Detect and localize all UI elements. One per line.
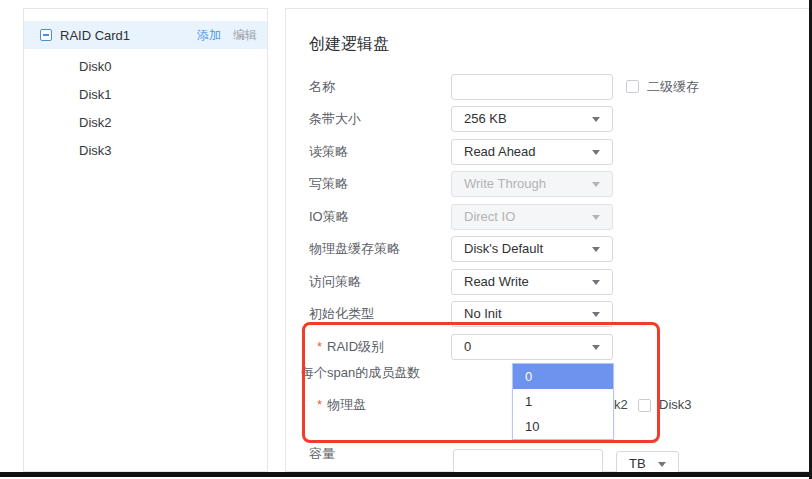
io-policy-value: Direct IO [464,209,515,224]
sidebar-item-disk1[interactable]: Disk1 [24,81,267,109]
write-policy-select: Write Through [451,171,613,197]
sidebar-item-disk0[interactable]: Disk0 [24,53,267,81]
dropdown-arrow-icon [592,247,600,252]
span-members-label: 每个span的成员盘数 [301,360,420,386]
secondary-cache-label: 二级缓存 [647,74,699,100]
raid-level-option-10[interactable]: 10 [513,414,613,439]
read-policy-label: 读策略 [309,139,348,165]
raid-level-option-0[interactable]: 0 [513,364,613,389]
edit-link[interactable]: 编辑 [233,27,257,44]
init-type-value: No Init [464,306,502,321]
write-policy-value: Write Through [464,176,546,191]
disk3-checkbox-label: Disk3 [659,392,692,418]
secondary-cache-checkbox[interactable] [626,80,639,93]
disk-cache-policy-value: Disk's Default [464,241,543,256]
dropdown-arrow-icon [592,150,600,155]
disk2-label-partial: k2 [614,392,628,418]
page-title: 创建逻辑盘 [309,34,389,55]
create-logical-disk-panel: 创建逻辑盘 名称 二级缓存 条带大小 256 KB 读策略 Read Ahead… [285,8,810,472]
io-policy-label: IO策略 [309,204,349,230]
stripe-size-value: 256 KB [464,111,507,126]
disk3-checkbox[interactable] [638,399,651,412]
screen: RAID Card1 添加 编辑 Disk0 Disk1 Disk2 Disk3… [0,0,812,479]
stripe-size-select[interactable]: 256 KB [451,106,613,132]
dropdown-arrow-icon [592,280,600,285]
raid-card-label: RAID Card1 [60,28,130,43]
required-asterisk: * [317,339,322,354]
dropdown-arrow-icon [592,182,600,187]
physical-disk-label-text: 物理盘 [327,397,366,412]
sidebar-item-disk3[interactable]: Disk3 [24,137,267,165]
raid-level-dropdown-menu: 0 1 10 [512,363,614,440]
required-asterisk: * [317,397,322,412]
dropdown-arrow-icon [592,215,600,220]
init-type-select[interactable]: No Init [451,301,613,327]
screen-edge-bottom [0,472,812,477]
capacity-unit-value: TB [629,456,646,471]
capacity-label: 容量 [309,441,335,467]
io-policy-select: Direct IO [451,204,613,230]
raid-level-value: 0 [464,339,471,354]
sidebar-item-raid-card[interactable]: RAID Card1 添加 编辑 [24,21,267,49]
stripe-size-label: 条带大小 [309,106,361,132]
raid-level-label: *RAID级别 [317,334,384,360]
read-policy-select[interactable]: Read Ahead [451,139,613,165]
raid-level-select[interactable]: 0 [451,334,613,360]
raid-level-label-text: RAID级别 [327,339,384,354]
access-policy-label: 访问策略 [309,269,361,295]
name-input[interactable] [451,74,613,100]
sidebar-item-disk2[interactable]: Disk2 [24,109,267,137]
disk-cache-policy-select[interactable]: Disk's Default [451,236,613,262]
dropdown-arrow-icon [658,462,666,467]
collapse-minus-icon[interactable] [40,29,52,41]
write-policy-label: 写策略 [309,171,348,197]
raid-tree-sidebar: RAID Card1 添加 编辑 Disk0 Disk1 Disk2 Disk3 [23,8,268,472]
access-policy-select[interactable]: Read Write [451,269,613,295]
init-type-label: 初始化类型 [309,301,374,327]
raid-level-option-1[interactable]: 1 [513,389,613,414]
disk-cache-policy-label: 物理盘缓存策略 [309,236,400,262]
access-policy-value: Read Write [464,274,529,289]
dropdown-arrow-icon [592,345,600,350]
add-link[interactable]: 添加 [197,27,221,44]
physical-disk-label: *物理盘 [317,392,366,418]
dropdown-arrow-icon [592,312,600,317]
dropdown-arrow-icon [592,117,600,122]
name-label: 名称 [309,74,335,100]
read-policy-value: Read Ahead [464,144,536,159]
